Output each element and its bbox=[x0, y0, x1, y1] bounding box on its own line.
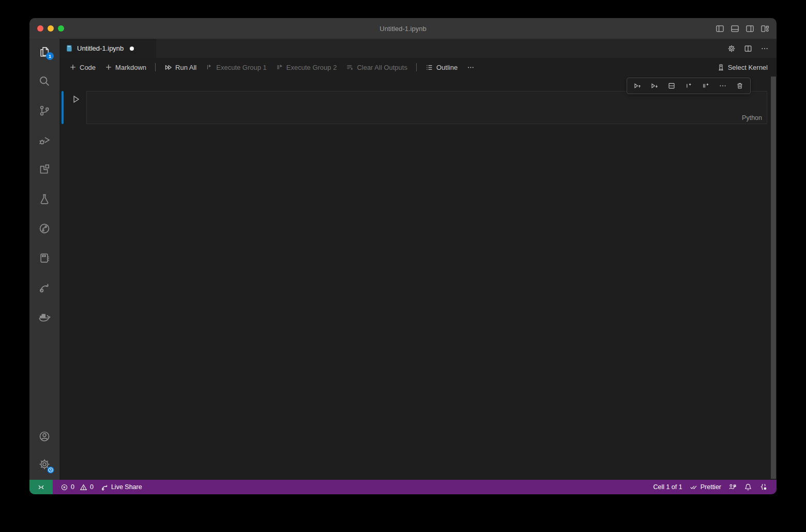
double-check-icon bbox=[690, 483, 698, 491]
toolbar-separator bbox=[416, 63, 417, 71]
outline-button[interactable]: Outline bbox=[422, 62, 461, 73]
clear-outputs-icon bbox=[346, 64, 354, 71]
notebook-toolbar: Code Markdown Run All Execute Group 1 bbox=[59, 58, 777, 77]
execute-above-icon[interactable] bbox=[633, 82, 642, 90]
insert-markdown-cell-icon[interactable] bbox=[702, 82, 710, 90]
unsaved-changes-dot[interactable] bbox=[130, 47, 134, 51]
customize-layout-icon[interactable] bbox=[760, 24, 769, 33]
split-editor-icon[interactable] bbox=[743, 44, 753, 53]
execute-group-1-button[interactable]: Execute Group 1 bbox=[202, 62, 270, 73]
execute-group-2-button[interactable]: Execute Group 2 bbox=[272, 62, 341, 73]
clear-all-outputs-label: Clear All Outputs bbox=[357, 64, 407, 71]
git-graph-icon[interactable] bbox=[38, 222, 51, 235]
prettier-status-item[interactable]: Prettier bbox=[686, 483, 725, 491]
remote-indicator[interactable] bbox=[29, 480, 53, 494]
problems-indicator[interactable]: 0 0 bbox=[57, 483, 97, 491]
toggle-secondary-sidebar-icon[interactable] bbox=[745, 24, 754, 33]
cell-position-indicator[interactable]: Cell 1 of 1 bbox=[649, 483, 686, 491]
outline-label: Outline bbox=[436, 64, 458, 71]
cell-code-editor[interactable]: Python bbox=[86, 91, 767, 124]
plus-icon bbox=[105, 64, 112, 71]
notebook-icon[interactable] bbox=[38, 252, 51, 264]
warning-icon bbox=[80, 483, 87, 491]
toggle-panel-icon[interactable] bbox=[730, 24, 739, 33]
extensions-icon[interactable] bbox=[38, 163, 51, 176]
error-count: 0 bbox=[71, 483, 74, 491]
settings-update-badge bbox=[47, 466, 54, 474]
notebook-editor: Python bbox=[59, 77, 777, 480]
accounts-icon[interactable] bbox=[38, 430, 51, 443]
outline-icon bbox=[425, 64, 433, 71]
notifications-bell-icon[interactable] bbox=[740, 483, 756, 491]
delete-cell-icon[interactable] bbox=[736, 82, 744, 90]
run-cell-button[interactable] bbox=[71, 95, 81, 104]
cell-language-picker[interactable]: Python bbox=[742, 114, 762, 121]
language-status-braces-icon[interactable] bbox=[756, 483, 771, 491]
run-all-icon bbox=[164, 64, 172, 71]
kernel-icon bbox=[717, 64, 725, 71]
toggle-primary-sidebar-icon[interactable] bbox=[715, 24, 724, 33]
notebook-cell: Python bbox=[62, 91, 767, 124]
testing-icon[interactable] bbox=[38, 193, 51, 205]
settings-gear-icon[interactable] bbox=[38, 458, 51, 470]
add-markdown-cell-button[interactable]: Markdown bbox=[101, 62, 150, 73]
execute-group-2-label: Execute Group 2 bbox=[286, 64, 337, 71]
source-control-icon[interactable] bbox=[38, 104, 51, 117]
activity-bar: 1 bbox=[29, 39, 59, 480]
warning-count: 0 bbox=[90, 483, 94, 491]
insert-code-cell-icon[interactable] bbox=[685, 82, 693, 90]
cell-focus-bar bbox=[62, 91, 64, 124]
vscode-window: Untitled-1.ipynb 1 bbox=[29, 18, 777, 494]
ipynb-file-icon bbox=[66, 44, 73, 52]
run-and-debug-icon[interactable] bbox=[38, 134, 51, 146]
add-code-cell-button[interactable]: Code bbox=[66, 62, 99, 73]
explorer-badge: 1 bbox=[46, 52, 54, 60]
run-all-label: Run All bbox=[175, 64, 196, 71]
live-share-status-item[interactable]: Live Share bbox=[97, 483, 146, 491]
execute-group-2-icon bbox=[276, 64, 283, 71]
live-share-icon[interactable] bbox=[38, 281, 51, 294]
notebook-scrollbar[interactable] bbox=[771, 77, 776, 479]
toolbar-separator bbox=[155, 63, 156, 71]
tab-untitled-notebook[interactable]: Untitled-1.ipynb bbox=[59, 39, 156, 58]
tab-bar: Untitled-1.ipynb bbox=[59, 39, 777, 58]
tab-label: Untitled-1.ipynb bbox=[77, 44, 124, 52]
select-kernel-button[interactable]: Select Kernel bbox=[713, 62, 771, 73]
cell-position-label: Cell 1 of 1 bbox=[653, 483, 682, 491]
add-code-label: Code bbox=[80, 64, 96, 71]
docker-icon[interactable] bbox=[38, 311, 51, 323]
zoom-window-button[interactable] bbox=[58, 25, 64, 32]
prettier-label: Prettier bbox=[701, 483, 721, 491]
status-bar: 0 0 Live Share Cell 1 of 1 Prettier bbox=[29, 480, 777, 494]
editor-more-actions-icon[interactable] bbox=[760, 44, 769, 53]
add-markdown-label: Markdown bbox=[115, 64, 146, 71]
execute-below-icon[interactable] bbox=[650, 82, 659, 90]
close-window-button[interactable] bbox=[37, 25, 43, 32]
toolbar-more-actions-icon[interactable] bbox=[463, 62, 478, 73]
run-all-button[interactable]: Run All bbox=[161, 62, 200, 73]
cell-toolbar bbox=[627, 78, 751, 94]
execute-group-1-label: Execute Group 1 bbox=[216, 64, 267, 71]
traffic-lights bbox=[37, 18, 64, 39]
notebook-settings-gear-icon[interactable] bbox=[727, 44, 736, 53]
minimize-window-button[interactable] bbox=[48, 25, 54, 32]
remote-icon bbox=[37, 483, 45, 491]
cell-more-actions-icon[interactable] bbox=[719, 82, 727, 90]
live-share-label: Live Share bbox=[111, 483, 142, 491]
live-share-icon bbox=[101, 483, 109, 491]
split-cell-icon[interactable] bbox=[667, 82, 676, 90]
window-title: Untitled-1.ipynb bbox=[29, 25, 777, 33]
feedback-icon[interactable] bbox=[725, 483, 740, 491]
clear-all-outputs-button[interactable]: Clear All Outputs bbox=[342, 62, 411, 73]
titlebar: Untitled-1.ipynb bbox=[29, 18, 777, 39]
error-icon bbox=[60, 483, 68, 491]
explorer-icon[interactable]: 1 bbox=[38, 45, 51, 58]
plus-icon bbox=[69, 64, 77, 71]
search-icon[interactable] bbox=[38, 75, 51, 87]
select-kernel-label: Select Kernel bbox=[728, 64, 768, 71]
execute-group-1-icon bbox=[206, 64, 213, 71]
